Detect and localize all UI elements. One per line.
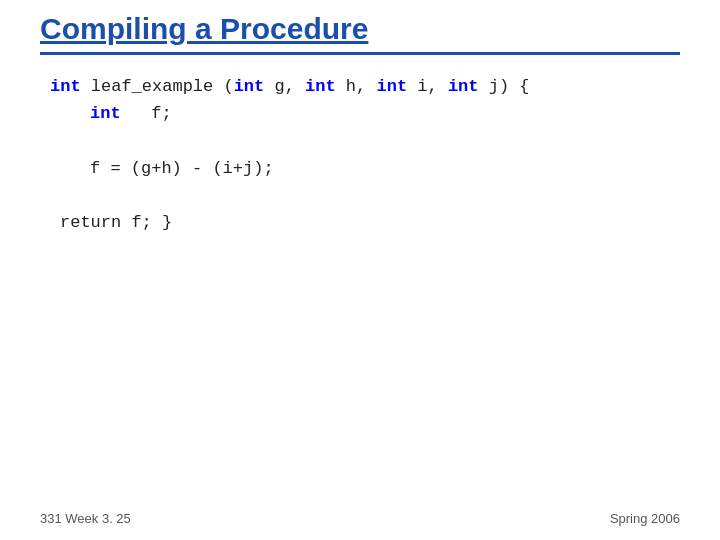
code-line-4: return f; } [50,209,680,236]
code-line-2: int f; [50,100,680,127]
keyword-int-g: int [234,77,265,96]
keyword-int-i: int [376,77,407,96]
keyword-int-1: int [50,77,81,96]
title-section: Compiling a Procedure [40,12,680,55]
footer-right: Spring 2006 [610,511,680,526]
code-block: int leaf_example (int g, int h, int i, i… [50,73,680,236]
keyword-int-j: int [448,77,479,96]
keyword-int-f: int [90,104,121,123]
code-line-1: int leaf_example (int g, int h, int i, i… [50,73,680,100]
footer: 331 Week 3. 25 Spring 2006 [40,511,680,526]
code-line-blank-2 [50,182,680,209]
code-line-3: f = (g+h) - (i+j); [50,155,680,182]
slide-title: Compiling a Procedure [40,12,680,46]
keyword-int-h: int [305,77,336,96]
code-line-blank-1 [50,127,680,154]
footer-left: 331 Week 3. 25 [40,511,131,526]
slide-container: Compiling a Procedure int leaf_example (… [0,0,720,540]
